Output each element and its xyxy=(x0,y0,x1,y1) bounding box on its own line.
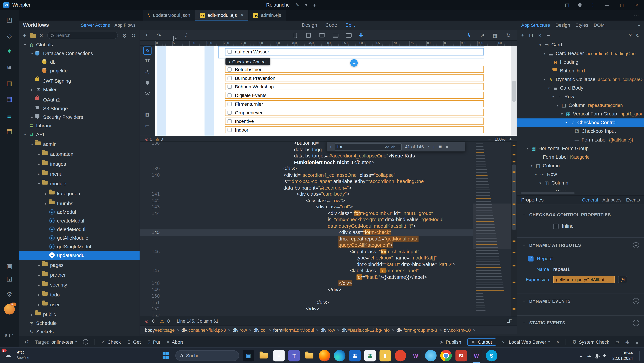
output-toggle[interactable]: ▣Output xyxy=(468,338,496,345)
taskbar-app-heidisql[interactable]: ▮ xyxy=(380,350,391,361)
checkbox-icon[interactable] xyxy=(228,85,232,89)
reload-design-icon[interactable]: ↻ xyxy=(506,32,511,38)
chevron-closed-icon[interactable]: ▸ xyxy=(30,115,34,119)
design-canvas[interactable]: auf dem WasserBetriebsfeierBurnout Präve… xyxy=(155,46,511,136)
add-action-icon[interactable]: + xyxy=(23,32,26,39)
view-mode-code[interactable]: Code xyxy=(325,22,337,28)
taskbar-app-skype[interactable]: S xyxy=(486,350,497,361)
workflow-item-security[interactable]: ▸security xyxy=(19,281,140,289)
repeat-name-input[interactable]: repeat1 xyxy=(553,266,570,272)
code-scrollbar[interactable] xyxy=(511,142,517,317)
chevron-open-icon[interactable]: ▾ xyxy=(547,86,551,90)
taskbar-app-app-dark[interactable]: ▣ xyxy=(243,350,254,361)
view-mode-split[interactable]: Split xyxy=(345,22,355,28)
publish-button[interactable]: ➤Publish xyxy=(440,339,461,345)
collapse-section-icon[interactable]: − xyxy=(523,212,526,217)
clear-output-icon[interactable]: ▱ xyxy=(615,339,619,345)
chevron-open-icon[interactable]: ▾ xyxy=(542,52,547,56)
checkbox-icon[interactable] xyxy=(228,102,232,106)
design-checkbox-row[interactable]: Digitale Events xyxy=(225,92,484,99)
taskbar-app-folder[interactable] xyxy=(304,350,315,361)
rail-docs-icon[interactable]: ▤ xyxy=(0,125,19,137)
help-icon[interactable]: ? xyxy=(629,33,632,38)
chevron-closed-icon[interactable]: ▸ xyxy=(30,88,34,92)
device-desktop-icon[interactable] xyxy=(346,33,352,37)
checkbox-icon[interactable] xyxy=(228,67,232,71)
device-small-tablet-icon[interactable] xyxy=(306,33,311,38)
tray-overflow-icon[interactable]: ▴ xyxy=(580,353,582,358)
edit-pencil-icon[interactable]: ✎ xyxy=(143,46,152,55)
workflow-item-jwt-signing[interactable]: JWT Signing xyxy=(19,77,140,85)
chevron-open-icon[interactable]: ▾ xyxy=(560,112,564,116)
collapse-section-icon[interactable]: − xyxy=(523,298,526,303)
workflow-item-getallemodule[interactable]: ▶getAlleModule xyxy=(19,234,140,242)
onedrive-cloud-icon[interactable]: ☁ xyxy=(586,353,591,358)
breadcrumb-item[interactable]: form#formEditModul xyxy=(273,327,314,332)
workflow-item-updatemodul[interactable]: ▶updateModul xyxy=(19,251,140,260)
code-line[interactable]: Funktioniert noch nicht !!</button> xyxy=(140,159,516,166)
structure-item-horizontal-form-group[interactable]: ▾▦Horizontal Form Group xyxy=(517,144,644,153)
show-desktop-button[interactable] xyxy=(639,351,640,361)
chevron-closed-icon[interactable]: ▸ xyxy=(44,192,48,196)
collapse-section-icon[interactable]: − xyxy=(523,242,526,247)
regex-icon[interactable]: .* xyxy=(397,145,400,149)
rename-project-icon[interactable]: ✎ xyxy=(296,2,299,8)
close-button[interactable]: ✕ xyxy=(629,0,644,10)
file-tab-admin-ejs[interactable]: JSadmin.ejs xyxy=(249,10,286,21)
close-output-icon[interactable]: ✕ xyxy=(556,340,560,344)
inline-checkbox[interactable] xyxy=(553,223,558,229)
workflow-item-createmodul[interactable]: ▶createModul xyxy=(19,217,140,225)
minimize-button[interactable]: — xyxy=(600,0,614,10)
rail-settings-icon[interactable]: ⚙ xyxy=(0,288,19,300)
workflow-item-api[interactable]: ▾⇄API xyxy=(19,130,140,139)
design-checkbox-row[interactable]: Gruppenevent xyxy=(225,109,484,116)
eol-indicator[interactable]: LF xyxy=(506,319,512,323)
file-tab-updatemodul-json[interactable]: ϟupdateModul.json xyxy=(143,10,195,21)
refresh-icon[interactable]: ↻ xyxy=(131,32,136,39)
app-flows-link[interactable]: App Flows xyxy=(114,23,136,28)
code-line[interactable]: dmx-bind:id="katID" dmx-bind:value="katI… xyxy=(140,261,516,268)
pipette-icon[interactable] xyxy=(145,80,150,85)
code-line[interactable]: data-bs-parent="#accordion4"> xyxy=(140,185,516,191)
more-options-icon[interactable]: ⋮ xyxy=(586,2,600,8)
repeat-checkbox[interactable]: ✓ xyxy=(528,256,534,261)
workflow-item-schedule[interactable]: ◷Schedule xyxy=(19,319,140,327)
chevron-open-icon[interactable]: ▾ xyxy=(23,133,27,136)
get-button[interactable]: ↥Get xyxy=(127,339,141,345)
chevron-closed-icon[interactable]: ▸ xyxy=(37,293,41,297)
code-line[interactable]: 140<div id="accordion4_collapseOne" clas… xyxy=(140,172,516,178)
weather-widget[interactable]: ☁1° 9°C Bewölkt xyxy=(3,350,30,360)
code-line[interactable]: data.queryGetModul.modulKat.split(',')"> xyxy=(140,223,516,229)
debug-icon[interactable]: ◉ xyxy=(625,339,630,345)
structure-item-heading[interactable]: HHeading xyxy=(517,58,644,67)
find-input[interactable]: for Aa ab .* xyxy=(335,143,402,150)
structure-item-checkbox-input[interactable]: ☑Checkbox Input xyxy=(517,127,644,136)
speaker-icon[interactable] xyxy=(603,353,608,358)
tab-design[interactable]: Design xyxy=(555,23,570,28)
redo-icon[interactable]: ↷ xyxy=(157,32,161,38)
code-line[interactable]: 144<div class="form-group mb-3" id="inpu… xyxy=(140,210,516,217)
taskbar-app-firefox[interactable] xyxy=(319,350,330,361)
file-tab-edit-modul-ejs[interactable]: JSedit-modul.ejs✕ xyxy=(195,10,248,21)
code-line[interactable]: 153 xyxy=(140,312,516,317)
chevron-open-icon[interactable]: ▾ xyxy=(551,95,555,99)
previous-match-icon[interactable]: ↑ xyxy=(427,144,429,149)
workflow-item-getsinglemodul[interactable]: ▶getSingleModul xyxy=(19,242,140,251)
code-line[interactable]: 148</div> xyxy=(140,280,516,287)
rail-layers-icon[interactable]: ≣ xyxy=(0,109,19,122)
workflow-item-thumbs[interactable]: ▸thumbs xyxy=(19,199,140,208)
chevron-closed-icon[interactable]: ▸ xyxy=(37,263,41,267)
close-tab-icon[interactable]: ✕ xyxy=(240,13,244,17)
taskbar-clock[interactable]: 08:44 22.01.2024 xyxy=(612,350,633,361)
chevron-open-icon[interactable]: ▾ xyxy=(564,121,568,125)
code-editor[interactable]: 138<button id=data-bs-toggdata-bs-target… xyxy=(140,142,516,317)
properties-tab-attributes[interactable]: Attributes xyxy=(602,197,622,202)
workflow-item-deledemodul[interactable]: ▶deledeModul xyxy=(19,225,140,234)
tab-styles[interactable]: Styles xyxy=(576,23,588,28)
checkbox-icon[interactable] xyxy=(228,119,232,123)
rail-database-icon[interactable]: ≋ xyxy=(0,61,19,74)
taskbar-app-blue-circle[interactable] xyxy=(425,350,436,361)
device-laptop-icon[interactable] xyxy=(333,34,338,37)
code-line[interactable]: 147<label class="form-check-label" xyxy=(140,268,516,274)
taskbar-app-word[interactable]: ≡ xyxy=(273,350,284,361)
